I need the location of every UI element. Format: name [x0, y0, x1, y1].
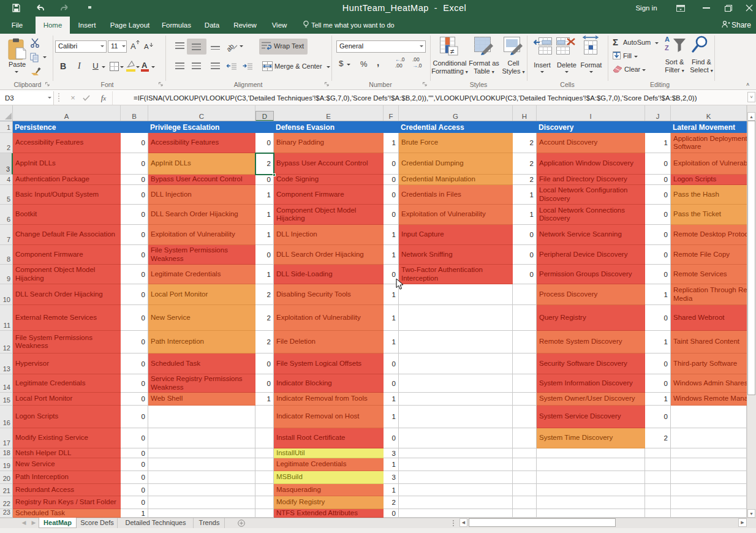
- svg-text:ab: ab: [225, 42, 235, 53]
- svg-text:≠: ≠: [450, 47, 455, 56]
